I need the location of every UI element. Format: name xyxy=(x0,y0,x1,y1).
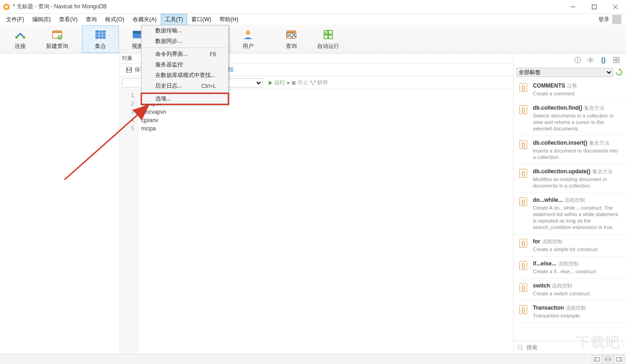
menu-favorites[interactable]: 收藏夹(A) xyxy=(129,14,161,25)
svg-text:SQL: SQL xyxy=(286,32,297,38)
svg-rect-3 xyxy=(592,5,596,9)
svg-rect-18 xyxy=(133,31,142,34)
svg-point-25 xyxy=(246,30,250,35)
status-bar xyxy=(0,354,626,364)
snippet-icon: () xyxy=(518,168,528,178)
svg-rect-32 xyxy=(329,35,332,39)
close-button[interactable] xyxy=(605,0,626,14)
window-title: * 无标题 - 查询 - Navicat for MongoDB xyxy=(13,3,106,11)
svg-point-43 xyxy=(590,59,591,61)
svg-rect-36 xyxy=(292,81,295,85)
main-toolbar: 连接 + 新建查询 集合 视图 Reduce GridFS 用户 SQL 查询 … xyxy=(0,25,626,53)
menu-bar: 文件(F) 编辑(E) 查看(V) 查询 格式(O) 收藏夹(A) 工具(T) … xyxy=(0,14,626,25)
snippet-search[interactable]: 搜索 xyxy=(514,341,626,354)
svg-rect-34 xyxy=(127,70,131,72)
svg-text:+: + xyxy=(58,34,61,40)
menu-format[interactable]: 格式(O) xyxy=(101,14,128,25)
snippet-item[interactable]: ()switch流程控制Create a switch construct xyxy=(514,279,626,301)
dropdown-item[interactable]: 选项... xyxy=(142,94,228,104)
snippet-item[interactable]: ()for流程控制Create a simple for construct xyxy=(514,235,626,257)
snippet-icon: () xyxy=(518,105,528,115)
dropdown-item[interactable]: 在数据库或模式中查找... xyxy=(142,70,228,81)
svg-text:(): () xyxy=(521,84,525,91)
snippet-icon: () xyxy=(518,238,528,248)
svg-rect-46 xyxy=(614,60,616,63)
right-pane-tabs: i () xyxy=(514,53,626,66)
svg-rect-39 xyxy=(312,83,314,85)
menu-query[interactable]: 查询 xyxy=(82,14,101,25)
snippet-icon: () xyxy=(518,282,528,293)
dropdown-item[interactable]: 数据传输... xyxy=(142,25,228,36)
svg-text:(): () xyxy=(521,284,525,291)
login-label: 登录 xyxy=(598,16,609,23)
refresh-icon[interactable] xyxy=(615,68,623,76)
svg-text:(): () xyxy=(521,106,525,113)
menu-window[interactable]: 窗口(W) xyxy=(187,14,215,25)
snippet-panel: i () 全部标签 ()COMMENTS注释Create a comment()… xyxy=(514,53,626,354)
svg-line-67 xyxy=(522,349,523,351)
snippet-icon: () xyxy=(518,260,528,270)
snippet-item[interactable]: ()db.collection.insert()集合方法Inserts a do… xyxy=(514,136,626,164)
snippet-item[interactable]: ()db.collection.find()集合方法Selects docume… xyxy=(514,101,626,136)
snippet-item[interactable]: ()Transaction流程控制Transaction example. xyxy=(514,301,626,323)
tag-filter-select[interactable]: 全部标签 xyxy=(516,68,613,77)
menu-help[interactable]: 帮助(H) xyxy=(215,14,242,25)
snippet-icon: () xyxy=(518,82,528,93)
svg-rect-44 xyxy=(614,57,616,59)
menu-view[interactable]: 查看(V) xyxy=(55,14,82,25)
dropdown-item[interactable]: 服务器监控 xyxy=(142,59,228,70)
snippet-item[interactable]: ()COMMENTS注释Create a comment xyxy=(514,79,626,101)
menu-file[interactable]: 文件(F) xyxy=(2,14,28,25)
snippet-icon: () xyxy=(518,305,528,315)
svg-point-6 xyxy=(15,36,18,39)
svg-text:(): () xyxy=(521,262,525,269)
statusbar-view-2[interactable] xyxy=(603,355,613,364)
explain-button[interactable]: 解释 xyxy=(310,79,328,87)
title-bar: * 无标题 - 查询 - Navicat for MongoDB xyxy=(0,0,626,14)
login-area[interactable]: 登录 xyxy=(598,15,624,24)
menu-edit[interactable]: 编辑(E) xyxy=(28,14,55,25)
svg-text:(): () xyxy=(521,240,525,247)
tool-autorun[interactable]: 自动运行 xyxy=(310,25,347,53)
tool-connection[interactable]: 连接 xyxy=(2,25,39,53)
play-icon xyxy=(268,81,273,85)
svg-point-1 xyxy=(5,6,8,8)
line-gutter: 12345 xyxy=(120,89,138,354)
svg-rect-38 xyxy=(314,81,316,82)
eye-tab-icon[interactable] xyxy=(586,56,595,64)
snippet-item[interactable]: ()if...else...流程控制Create a if...else... … xyxy=(514,257,626,279)
code-area[interactable]: cvnapov mncvapvn cjpianv mcipa xyxy=(138,89,513,354)
info-tab-icon[interactable]: i xyxy=(573,56,582,64)
snippet-icon: () xyxy=(518,197,528,207)
code-editor[interactable]: 12345 cvnapov mncvapvn cjpianv mcipa xyxy=(120,89,513,354)
save-icon xyxy=(125,66,133,74)
minimize-button[interactable] xyxy=(562,0,584,14)
dropdown-item[interactable]: 命令列界面...F6 xyxy=(142,49,228,59)
stop-button[interactable]: 停止 xyxy=(291,79,308,87)
snippet-item[interactable]: ()db.collection.update()集合方法Modifies an … xyxy=(514,164,626,193)
sidebar xyxy=(0,53,120,354)
tool-user[interactable]: 用户 xyxy=(230,25,266,53)
svg-rect-72 xyxy=(616,358,622,361)
run-button[interactable]: 运行 ▾ xyxy=(268,79,289,87)
svg-point-66 xyxy=(518,345,522,349)
snippet-item[interactable]: ()do...while...流程控制Create A do...while..… xyxy=(514,193,626,235)
tool-collection[interactable]: 集合 xyxy=(82,25,119,53)
dropdown-item[interactable]: 数据同步... xyxy=(142,36,228,47)
svg-rect-45 xyxy=(617,57,619,59)
svg-text:(): () xyxy=(521,199,525,205)
svg-text:(): () xyxy=(521,306,525,313)
snippet-tab-icon[interactable]: () xyxy=(599,56,608,64)
maximize-button[interactable] xyxy=(584,0,605,14)
grid-tab-icon[interactable] xyxy=(612,56,620,64)
dropdown-item[interactable]: 历史日志...Ctrl+L xyxy=(142,81,228,91)
svg-rect-47 xyxy=(617,60,619,63)
tools-dropdown: 数据传输...数据同步...命令列界面...F6服务器监控在数据库或模式中查找.… xyxy=(141,25,229,105)
menu-tools[interactable]: 工具(T) xyxy=(161,14,187,25)
tool-query[interactable]: SQL 查询 xyxy=(273,25,310,53)
svg-rect-35 xyxy=(128,68,130,70)
statusbar-view-1[interactable] xyxy=(592,355,602,364)
snippet-icon: () xyxy=(518,140,528,150)
statusbar-view-3[interactable] xyxy=(614,355,624,364)
tool-new-query[interactable]: + 新建查询 xyxy=(39,25,76,53)
